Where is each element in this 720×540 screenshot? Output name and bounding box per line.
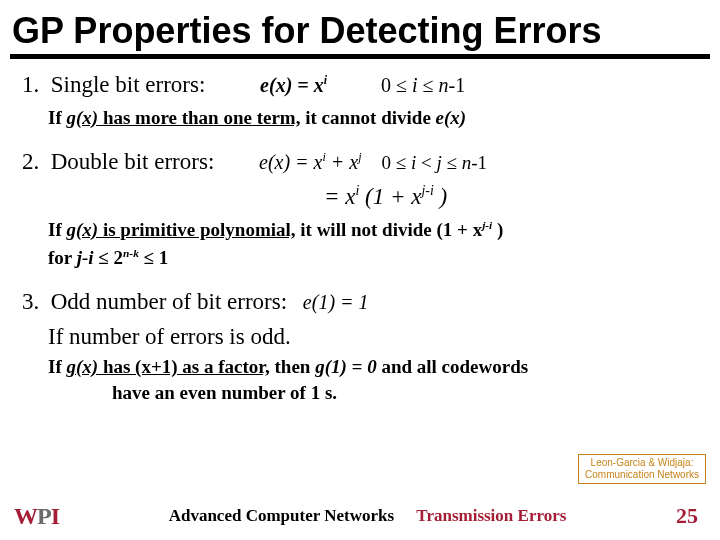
item-1-eq: e(x) = xi <box>260 74 332 96</box>
footer: WPI Advanced Computer Networks Transmiss… <box>0 492 720 540</box>
item-2-label: Double bit errors: <box>51 149 215 174</box>
attribution-box: Leon-Garcia & Widjaja: Communication Net… <box>578 454 706 484</box>
item-3-note-line2: have an even number of 1 s. <box>22 381 698 405</box>
attribution-line1: Leon-Garcia & Widjaja: <box>585 457 699 469</box>
item-3-note-line1: If g(x) has (x+1) as a factor, then g(1)… <box>22 355 698 379</box>
item-3-line2: If number of errors is odd. <box>22 323 698 352</box>
slide-body: 1. Single bit errors: e(x) = xi 0 ≤ i ≤ … <box>0 71 720 405</box>
item-2-eq1: e(x) = xi + xj <box>259 151 367 173</box>
item-3: 3. Odd number of bit errors: e(1) = 1 <box>22 288 698 317</box>
item-1-label: Single bit errors: <box>51 72 206 97</box>
item-1-note: If g(x) has more than one term, it canno… <box>22 106 698 130</box>
wpi-logo: WPI <box>14 503 59 530</box>
item-2-note-line1: If g(x) is primitive polynomial, it will… <box>22 218 698 242</box>
footer-center: Advanced Computer Networks Transmission … <box>59 506 676 526</box>
item-3-label: Odd number of bit errors: <box>51 289 287 314</box>
title-underline <box>10 54 710 59</box>
item-1-range: 0 ≤ i ≤ n-1 <box>381 74 465 96</box>
item-2-note-line2: for j-i ≤ 2n-k ≤ 1 <box>22 246 698 270</box>
attribution-line2: Communication Networks <box>585 469 699 481</box>
item-2-num: 2. <box>22 149 39 174</box>
page-number: 25 <box>676 503 698 529</box>
item-2: 2. Double bit errors: e(x) = xi + xj 0 ≤… <box>22 148 698 177</box>
item-1: 1. Single bit errors: e(x) = xi 0 ≤ i ≤ … <box>22 71 698 100</box>
slide-title: GP Properties for Detecting Errors <box>0 0 720 54</box>
item-3-num: 3. <box>22 289 39 314</box>
item-2-eq2: = xi (1 + xj-i ) <box>22 182 698 211</box>
item-3-eq: e(1) = 1 <box>303 291 369 313</box>
item-1-num: 1. <box>22 72 39 97</box>
footer-course: Advanced Computer Networks <box>169 506 394 525</box>
item-2-range: 0 ≤ i < j ≤ n-1 <box>382 152 487 173</box>
footer-topic: Transmission Errors <box>416 506 566 525</box>
